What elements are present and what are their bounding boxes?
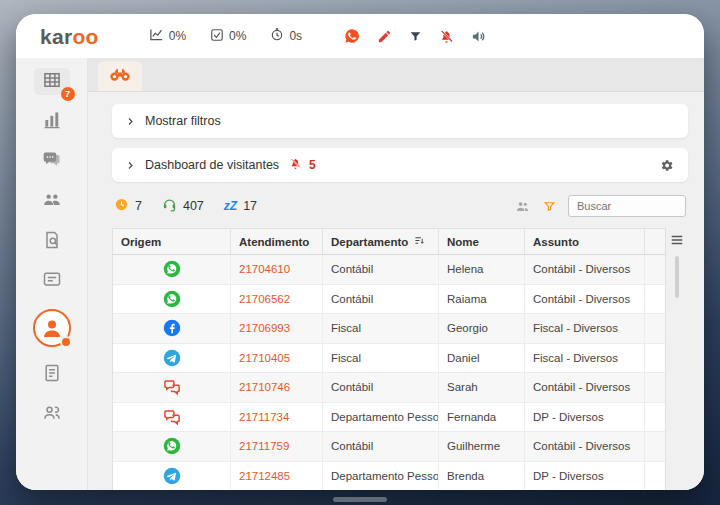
sort-icon	[414, 236, 425, 248]
attendance-table: Origem Atendimento Departamento Nome Ass…	[112, 228, 666, 490]
attendance-table-area: Origem Atendimento Departamento Nome Ass…	[112, 228, 688, 490]
bell-muted-icon[interactable]	[439, 29, 454, 44]
row-actions-cell	[645, 373, 665, 402]
funnel-icon[interactable]	[409, 30, 422, 43]
ticket-number[interactable]: 21704610	[231, 255, 323, 284]
telegram-icon	[163, 467, 181, 485]
clock-icon	[114, 197, 129, 215]
attendance-count-badge: 7	[61, 87, 75, 101]
ticket-number[interactable]: 21711734	[231, 403, 323, 432]
department-cell: Fiscal	[323, 344, 439, 373]
subject-cell: Contábil - Diversos	[525, 255, 645, 284]
filters-panel[interactable]: Mostrar filtros	[112, 104, 688, 138]
status-badge	[60, 336, 72, 348]
column-header-departamento[interactable]: Departamento	[323, 229, 439, 254]
gear-icon[interactable]	[659, 158, 674, 173]
content-area: Mostrar filtros Dashboard de visitantes …	[88, 92, 704, 490]
visitors-alert-count: 5	[309, 158, 316, 172]
subject-cell: Contábil - Diversos	[525, 373, 645, 402]
headset-icon	[162, 197, 177, 215]
grid-icon	[42, 70, 62, 94]
search-input[interactable]	[568, 195, 686, 217]
column-header-nome[interactable]: Nome	[439, 229, 525, 254]
topbar-stats: 0% 0% 0s	[149, 27, 302, 45]
topbar-actions	[344, 28, 486, 44]
origin-cell	[113, 344, 231, 373]
table-row[interactable]: 21712485 Departamento Pessoal Brenda DP …	[113, 462, 665, 491]
department-cell: Departamento Pessoal	[323, 462, 439, 491]
table-row[interactable]: 21704610 Contábil Helena Contábil - Dive…	[113, 255, 665, 285]
chat-window-icon	[42, 270, 62, 294]
scrollbar-thumb[interactable]	[675, 256, 679, 298]
visitors-dashboard-panel[interactable]: Dashboard de visitantes 5	[112, 148, 688, 182]
ticket-number[interactable]: 21710405	[231, 344, 323, 373]
sidebar-item-history-search[interactable]	[34, 228, 70, 255]
sleep-icon: zZ	[224, 200, 237, 212]
sidebar-item-users[interactable]	[34, 401, 70, 428]
name-cell: Helena	[439, 255, 525, 284]
name-cell: Daniel	[439, 344, 525, 373]
name-cell: Guilherme	[439, 432, 525, 461]
people-icon[interactable]	[514, 199, 531, 214]
binoculars-icon	[109, 67, 131, 86]
waiting-count: 7	[135, 199, 142, 213]
bar-chart-icon	[42, 110, 62, 134]
sidebar: 7	[16, 58, 88, 490]
name-cell: Georgio	[439, 314, 525, 343]
document-search-icon	[42, 230, 62, 254]
table-row[interactable]: 21706562 Contábil Raiama Contábil - Dive…	[113, 285, 665, 315]
tab-visitors[interactable]	[98, 61, 142, 91]
whatsapp-icon[interactable]	[344, 28, 360, 44]
facebook-icon	[163, 319, 181, 337]
sidebar-item-attendances[interactable]: 7	[34, 68, 70, 95]
sidebar-item-chats[interactable]	[34, 148, 70, 175]
timer-stat: 0s	[270, 27, 302, 45]
logo-text-accent: oo	[72, 25, 98, 48]
agent-avatar[interactable]	[33, 309, 71, 347]
in-service-counter: 407	[162, 197, 204, 215]
sidebar-item-documents[interactable]	[34, 361, 70, 388]
table-row[interactable]: 21710746 Contábil Sarah Contábil - Diver…	[113, 373, 665, 403]
row-actions-cell	[645, 314, 665, 343]
sidebar-item-chat-window[interactable]	[34, 268, 70, 295]
stopwatch-icon	[270, 27, 284, 45]
table-row[interactable]: 21711734 Departamento Pessoal Fernanda D…	[113, 403, 665, 433]
ticket-number[interactable]: 21706562	[231, 285, 323, 314]
origin-cell	[113, 373, 231, 402]
visitors-dashboard-label: Dashboard de visitantes	[145, 158, 279, 172]
column-header-origem[interactable]: Origem	[113, 229, 231, 254]
table-row[interactable]: 21711759 Contábil Guilherme Contábil - D…	[113, 432, 665, 462]
resolution-value: 0%	[229, 29, 246, 43]
column-header-assunto[interactable]: Assunto	[525, 229, 645, 254]
brush-icon[interactable]	[377, 29, 392, 44]
ticket-number[interactable]: 21706993	[231, 314, 323, 343]
column-header-actions	[645, 229, 665, 254]
volume-icon[interactable]	[471, 29, 486, 44]
table-row[interactable]: 21710405 Fiscal Daniel Fiscal - Diversos	[113, 344, 665, 374]
column-header-atendimento[interactable]: Atendimento	[231, 229, 323, 254]
table-body: 21704610 Contábil Helena Contábil - Dive…	[113, 255, 665, 490]
whatsapp-icon	[163, 260, 181, 278]
subject-cell: Contábil - Diversos	[525, 432, 645, 461]
filter-icon[interactable]	[543, 200, 556, 213]
department-cell: Contábil	[323, 373, 439, 402]
department-cell: Fiscal	[323, 314, 439, 343]
menu-icon[interactable]	[670, 234, 684, 246]
chevron-right-icon	[126, 156, 135, 174]
sidebar-item-contacts[interactable]	[34, 188, 70, 215]
filters-panel-label: Mostrar filtros	[145, 114, 221, 128]
ticket-number[interactable]: 21711759	[231, 432, 323, 461]
origin-cell	[113, 285, 231, 314]
row-actions-cell	[645, 255, 665, 284]
conversion-stat: 0%	[149, 27, 186, 45]
sidebar-item-reports[interactable]	[34, 108, 70, 135]
row-actions-cell	[645, 403, 665, 432]
inactive-counter: zZ 17	[224, 199, 257, 213]
name-cell: Brenda	[439, 462, 525, 491]
chevron-right-icon	[126, 112, 135, 130]
department-cell: Contábil	[323, 285, 439, 314]
app-window: karoo 0% 0% 0s	[16, 14, 704, 490]
ticket-number[interactable]: 21710746	[231, 373, 323, 402]
table-row[interactable]: 21706993 Fiscal Georgio Fiscal - Diverso…	[113, 314, 665, 344]
ticket-number[interactable]: 21712485	[231, 462, 323, 491]
